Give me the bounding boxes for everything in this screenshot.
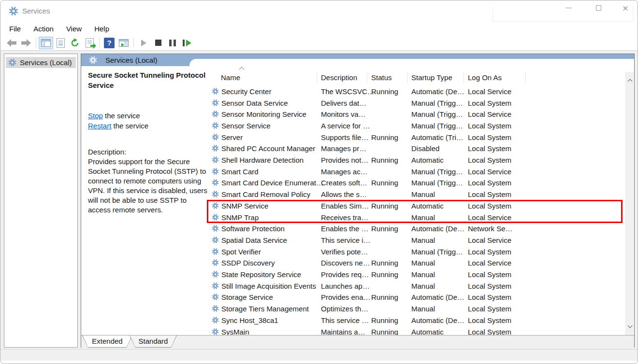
table-row[interactable]: Sensor Data ServiceDelivers dat…Manual (… — [209, 97, 626, 109]
cell-description: Enables Sim… — [321, 201, 369, 210]
column-header-log-on-as[interactable]: Log On As — [468, 73, 502, 82]
restart-icon — [183, 40, 191, 46]
show-action-pane-button[interactable] — [116, 37, 131, 49]
cell-status: Running — [371, 201, 398, 210]
cell-description: Optimizes th… — [321, 305, 368, 313]
table-row[interactable]: SSDP DiscoveryDiscovers ne…RunningManual… — [209, 257, 626, 269]
column-header-name[interactable]: Name — [221, 73, 240, 82]
cell-name: Security Center — [221, 87, 271, 95]
service-gear-icon — [212, 145, 219, 152]
table-row[interactable]: Smart CardManages ac…Manual (Trigg…Local… — [209, 166, 626, 177]
close-button[interactable]: × — [614, 0, 637, 15]
service-description-text: Description: Provides support for the Se… — [88, 147, 210, 215]
menu-action[interactable]: Action — [33, 25, 54, 33]
tab-extended[interactable]: Extended — [82, 336, 132, 348]
table-row[interactable]: Still Image Acquisition EventsLaunches a… — [209, 280, 626, 292]
column-header-description[interactable]: Description — [321, 73, 357, 82]
cell-log-on-as: Local System — [468, 305, 511, 313]
table-row[interactable]: SysMainMaintains a…RunningAutomaticLocal… — [209, 326, 626, 335]
cell-description: Manages pr… — [321, 144, 366, 153]
cell-name: Smart Card — [221, 167, 259, 175]
table-row[interactable]: Spatial Data ServiceThis service i…Manua… — [209, 234, 626, 246]
table-row[interactable]: Spot VerifierVerifies pote…Manual (Trigg… — [209, 246, 626, 257]
vertical-scrollbar[interactable] — [625, 72, 634, 335]
service-gear-icon — [212, 87, 219, 95]
stop-icon — [155, 40, 161, 46]
minimize-button[interactable] — [557, 0, 580, 15]
toolbar-separator — [99, 37, 100, 49]
cell-status: Running — [371, 327, 398, 335]
cell-log-on-as: Local System — [468, 270, 511, 279]
selected-service-title: Secure Socket Tunneling Protocol Service — [88, 70, 210, 90]
service-gear-icon — [212, 122, 219, 129]
table-row[interactable]: State Repository ServiceProvides req…Run… — [209, 268, 626, 280]
cell-startup-type: Manual (Trigg… — [411, 98, 463, 107]
pause-service-button[interactable] — [165, 37, 180, 49]
table-row[interactable]: SNMP ServiceEnables Sim…RunningAutomatic… — [209, 200, 626, 211]
refresh-button[interactable] — [68, 37, 82, 49]
cell-name: Spot Verifier — [221, 247, 261, 255]
table-row[interactable]: Sensor ServiceA service for …Manual (Tri… — [209, 120, 626, 131]
scroll-down-icon[interactable] — [628, 323, 633, 328]
table-row[interactable]: Security CenterThe WSCSVC…RunningAutomat… — [209, 85, 626, 97]
table-row[interactable]: Software ProtectionEnables the …RunningA… — [209, 223, 626, 234]
cell-startup-type: Automatic (De… — [411, 224, 464, 233]
tree-item-services-local[interactable]: Services (Local) — [6, 57, 76, 68]
restart-service-link[interactable]: Restart — [88, 122, 111, 130]
cell-name: Shell Hardware Detection — [221, 156, 304, 164]
service-gear-icon — [212, 259, 219, 266]
cell-log-on-as: Local System — [468, 281, 511, 290]
table-row[interactable]: Shared PC Account ManagerManages pr…Disa… — [209, 143, 626, 154]
scroll-up-icon[interactable] — [628, 79, 633, 84]
cell-name: State Repository Service — [221, 270, 301, 279]
export-list-button[interactable] — [82, 37, 97, 49]
view-tabs: Extended Standard — [81, 336, 634, 348]
restart-service-button[interactable] — [180, 37, 194, 49]
tab-standard[interactable]: Standard — [130, 336, 177, 348]
table-row[interactable]: Smart Card Removal PolicyAllows the s…Ma… — [209, 188, 626, 200]
cell-startup-type: Automatic — [411, 201, 444, 210]
title-bar: Services × — [0, 0, 638, 22]
table-row[interactable]: Smart Card Device Enumerat…Creates soft…… — [209, 177, 626, 189]
column-header-startup-type[interactable]: Startup Type — [411, 73, 452, 82]
help-button[interactable]: ? — [102, 37, 116, 49]
maximize-button[interactable] — [587, 0, 609, 15]
cell-description: This service … — [321, 316, 369, 324]
stop-service-link[interactable]: Stop — [88, 112, 103, 120]
table-row[interactable]: Sensor Monitoring ServiceMonitors va…Man… — [209, 108, 626, 120]
cell-status: Running — [371, 316, 398, 324]
table-row[interactable]: Storage ServiceProvides ena…RunningAutom… — [209, 292, 626, 303]
menu-help[interactable]: Help — [94, 25, 109, 33]
table-row[interactable]: Sync Host_38ca1This service …RunningAuto… — [209, 314, 626, 326]
service-gear-icon — [212, 202, 219, 209]
cell-startup-type: Manual (Trigg… — [411, 179, 463, 187]
stop-service-button[interactable] — [151, 37, 165, 49]
cell-name: Storage Tiers Management — [221, 305, 309, 313]
table-row[interactable]: SNMP TrapReceives tra…ManualLocal Servic… — [209, 211, 626, 223]
services-gear-icon — [8, 58, 16, 67]
start-icon — [141, 40, 146, 46]
properties-button[interactable] — [53, 37, 68, 49]
service-gear-icon — [212, 133, 219, 140]
forward-arrow-icon — [21, 39, 31, 47]
forward-button[interactable] — [19, 37, 33, 49]
description-body: Provides support for the Secure Socket T… — [88, 157, 210, 215]
column-header-status[interactable]: Status — [371, 73, 392, 82]
header-separator — [317, 72, 317, 83]
table-row[interactable]: Storage Tiers ManagementOptimizes th…Man… — [209, 303, 626, 314]
cell-log-on-as: Local Service — [468, 167, 511, 175]
cell-description: Verifies pote… — [321, 247, 368, 255]
back-button[interactable] — [4, 37, 19, 49]
menu-file[interactable]: File — [9, 25, 21, 33]
table-row[interactable]: ServerSupports file…RunningAutomatic (Tr… — [209, 131, 626, 143]
table-row[interactable]: Shell Hardware DetectionProvides not…Run… — [209, 154, 626, 166]
start-service-button[interactable] — [136, 37, 151, 49]
header-separator — [525, 72, 526, 83]
cell-startup-type: Manual — [411, 270, 435, 279]
toolbar-separator — [36, 37, 36, 49]
cell-name: Software Protection — [221, 224, 285, 233]
menu-view[interactable]: View — [66, 25, 82, 33]
tab-extended-label: Extended — [83, 336, 132, 347]
show-console-tree-button[interactable] — [39, 37, 53, 49]
sort-ascending-icon — [239, 67, 244, 72]
